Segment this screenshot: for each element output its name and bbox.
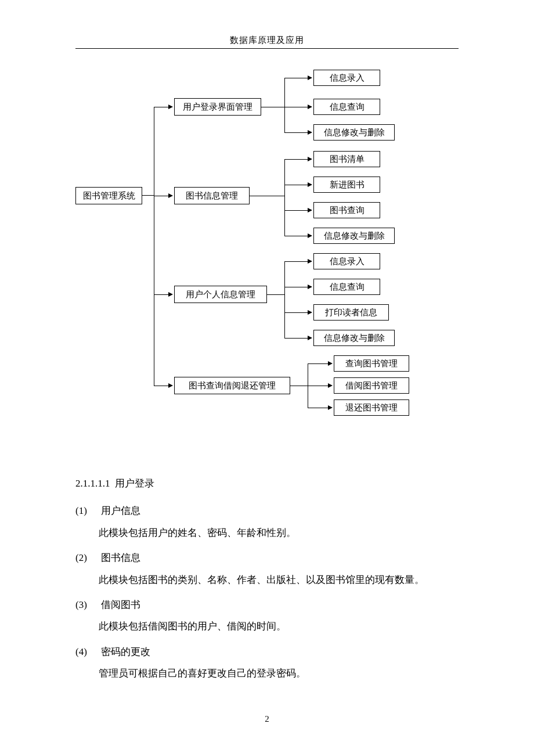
node-leaf-1-3: 信息修改与删除 xyxy=(313,228,395,244)
conn xyxy=(284,261,309,262)
arrow xyxy=(308,310,312,315)
item-desc: 管理员可根据自己的喜好更改自己的登录密码。 xyxy=(99,663,459,684)
node-leaf-3-0: 查询图书管理 xyxy=(334,355,409,372)
item-number: (1) xyxy=(75,500,99,521)
list-item: (4) 密码的更改 管理员可根据自己的喜好更改自己的登录密码。 xyxy=(75,641,459,685)
arrow xyxy=(308,182,312,187)
arrow xyxy=(328,361,333,366)
item-desc: 此模块包括借阅图书的用户、借阅的时间。 xyxy=(99,615,459,637)
conn xyxy=(154,107,154,386)
conn xyxy=(284,236,309,236)
section-heading: 2.1.1.1.1 用户登录 xyxy=(75,473,459,494)
arrow xyxy=(308,208,312,213)
arrow xyxy=(308,259,312,264)
arrow xyxy=(168,383,173,388)
page-number: 2 xyxy=(0,714,534,724)
conn xyxy=(308,408,329,408)
item-number: (3) xyxy=(75,594,99,615)
node-leaf-3-2: 退还图书管理 xyxy=(334,399,409,416)
item-title: 借阅图书 xyxy=(101,594,140,615)
conn xyxy=(284,132,309,133)
conn xyxy=(261,107,284,107)
node-leaf-0-0: 信息录入 xyxy=(313,70,380,86)
arrow xyxy=(328,383,333,388)
list-item: (2) 图书信息 此模块包括图书的类别、名称、作者、出版社、以及图书馆里的现有数… xyxy=(75,547,459,591)
arrow xyxy=(308,75,312,80)
hierarchy-diagram: 图书管理系统 用户登录界面管理 信息录入 信息查询 信息修改与删除 图书信息管理… xyxy=(75,60,459,420)
conn xyxy=(154,107,169,107)
list-item: (1) 用户信息 此模块包括用户的姓名、密码、年龄和性别。 xyxy=(75,500,459,543)
node-leaf-3-1: 借阅图书管理 xyxy=(334,377,409,394)
node-branch-2: 用户个人信息管理 xyxy=(174,286,267,303)
item-title: 密码的更改 xyxy=(101,641,150,663)
conn xyxy=(284,312,309,313)
item-title: 图书信息 xyxy=(101,547,140,568)
conn xyxy=(284,107,309,107)
arrow xyxy=(308,285,312,289)
conn xyxy=(284,287,309,287)
item-desc: 此模块包括图书的类别、名称、作者、出版社、以及图书馆里的现有数量。 xyxy=(99,569,459,591)
section-number: 2.1.1.1.1 xyxy=(75,478,110,489)
conn xyxy=(250,196,284,196)
item-desc: 此模块包括用户的姓名、密码、年龄和性别。 xyxy=(99,522,459,543)
conn xyxy=(284,338,309,339)
conn xyxy=(284,261,285,338)
arrow xyxy=(168,105,173,109)
list-item: (3) 借阅图书 此模块包括借阅图书的用户、借阅的时间。 xyxy=(75,594,459,638)
node-leaf-1-1: 新进图书 xyxy=(313,177,380,193)
node-leaf-2-0: 信息录入 xyxy=(313,253,380,269)
conn xyxy=(284,78,285,132)
conn xyxy=(284,78,309,78)
conn xyxy=(267,294,284,295)
arrow xyxy=(168,193,173,198)
item-title: 用户信息 xyxy=(101,500,140,521)
node-leaf-0-2: 信息修改与删除 xyxy=(313,124,395,141)
arrow xyxy=(308,233,312,238)
conn xyxy=(290,386,308,386)
node-leaf-1-0: 图书清单 xyxy=(313,151,380,167)
conn xyxy=(142,195,154,196)
conn xyxy=(154,196,169,196)
conn xyxy=(308,363,329,364)
conn xyxy=(284,159,285,236)
arrow xyxy=(308,130,312,135)
arrow xyxy=(308,157,312,161)
conn xyxy=(284,210,309,211)
arrow xyxy=(328,405,333,410)
conn xyxy=(154,294,169,295)
header-rule xyxy=(75,48,459,49)
node-leaf-0-1: 信息查询 xyxy=(313,99,380,115)
node-branch-3: 图书查询借阅退还管理 xyxy=(174,377,290,394)
node-leaf-1-2: 图书查询 xyxy=(313,202,380,218)
section-title: 用户登录 xyxy=(115,478,154,489)
node-leaf-2-2: 打印读者信息 xyxy=(313,304,389,321)
node-leaf-2-3: 信息修改与删除 xyxy=(313,330,395,346)
node-branch-1: 图书信息管理 xyxy=(174,187,250,204)
arrow xyxy=(168,292,173,297)
item-number: (2) xyxy=(75,547,99,568)
conn xyxy=(284,159,309,160)
page-header-title: 数据库原理及应用 xyxy=(75,35,459,46)
node-branch-0: 用户登录界面管理 xyxy=(174,98,261,116)
arrow xyxy=(308,105,312,109)
node-root: 图书管理系统 xyxy=(75,187,142,204)
arrow xyxy=(308,336,312,340)
node-leaf-2-1: 信息查询 xyxy=(313,279,380,295)
conn xyxy=(154,386,169,386)
item-number: (4) xyxy=(75,641,99,663)
page: 数据库原理及应用 图书管理系统 用户登录界面管理 信息录入 信息查询 信息修改与… xyxy=(0,0,534,756)
conn xyxy=(308,386,329,386)
conn xyxy=(284,185,309,185)
body-content: 2.1.1.1.1 用户登录 (1) 用户信息 此模块包括用户的姓名、密码、年龄… xyxy=(75,473,459,685)
